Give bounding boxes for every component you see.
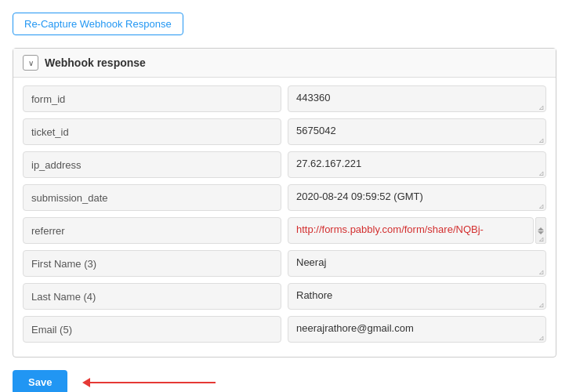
table-row: ip_address27.62.167.221⊿ bbox=[23, 151, 546, 178]
resize-handle-7[interactable]: ⊿ bbox=[538, 335, 545, 341]
field-value-1: 5675042 bbox=[288, 118, 546, 145]
bottom-bar: Save bbox=[13, 370, 556, 392]
field-value-wrapper-6: Rathore⊿ bbox=[288, 283, 546, 310]
field-value-wrapper-7: neerajrathore@gmail.com⊿ bbox=[288, 316, 546, 343]
field-value-wrapper-2: 27.62.167.221⊿ bbox=[288, 151, 546, 178]
field-key-4: referrer bbox=[23, 217, 281, 244]
scroll-up-icon[interactable] bbox=[538, 227, 544, 230]
scroll-down-icon[interactable] bbox=[538, 231, 544, 234]
fields-container: form_id443360⊿ticket_id5675042⊿ip_addres… bbox=[13, 78, 556, 357]
resize-handle-2[interactable]: ⊿ bbox=[538, 170, 545, 176]
arrow-indicator bbox=[83, 378, 216, 387]
field-value-4: http://forms.pabbly.com/form/share/NQBj- bbox=[288, 217, 534, 244]
field-value-0: 443360 bbox=[288, 85, 546, 112]
field-value-wrapper-1: 5675042⊿ bbox=[288, 118, 546, 145]
field-key-7: Email (5) bbox=[23, 316, 281, 343]
webhook-response-section: ∨ Webhook response form_id443360⊿ticket_… bbox=[13, 48, 556, 358]
table-row: form_id443360⊿ bbox=[23, 85, 546, 112]
field-value-5: Neeraj bbox=[288, 250, 546, 277]
resize-handle-3[interactable]: ⊿ bbox=[538, 203, 545, 209]
resize-handle-0[interactable]: ⊿ bbox=[538, 104, 545, 111]
field-value-7: neerajrathore@gmail.com bbox=[288, 316, 546, 343]
field-value-wrapper-3: 2020-08-24 09:59:52 (GMT)⊿ bbox=[288, 184, 546, 211]
field-value-3: 2020-08-24 09:59:52 (GMT) bbox=[288, 184, 546, 211]
field-key-6: Last Name (4) bbox=[23, 283, 281, 310]
table-row: submission_date2020-08-24 09:59:52 (GMT)… bbox=[23, 184, 546, 211]
resize-handle-5[interactable]: ⊿ bbox=[538, 269, 545, 275]
save-button[interactable]: Save bbox=[13, 370, 67, 392]
field-value-2: 27.62.167.221 bbox=[288, 151, 546, 178]
recapture-webhook-button[interactable]: Re-Capture Webhook Response bbox=[13, 13, 183, 35]
table-row: ticket_id5675042⊿ bbox=[23, 118, 546, 145]
toggle-icon[interactable]: ∨ bbox=[23, 55, 38, 71]
field-key-5: First Name (3) bbox=[23, 250, 281, 277]
field-key-1: ticket_id bbox=[23, 118, 281, 145]
field-key-0: form_id bbox=[23, 85, 281, 112]
resize-handle-1[interactable]: ⊿ bbox=[538, 137, 545, 143]
field-key-3: submission_date bbox=[23, 184, 281, 211]
field-value-6: Rathore bbox=[288, 283, 546, 310]
field-key-2: ip_address bbox=[23, 151, 281, 178]
resize-handle-6[interactable]: ⊿ bbox=[538, 302, 545, 308]
table-row: Last Name (4)Rathore⊿ bbox=[23, 283, 546, 310]
table-row: First Name (3)Neeraj⊿ bbox=[23, 250, 546, 277]
table-row: Email (5)neerajrathore@gmail.com⊿ bbox=[23, 316, 546, 343]
webhook-title: Webhook response bbox=[45, 56, 146, 69]
field-value-wrapper-0: 443360⊿ bbox=[288, 85, 546, 112]
table-row: referrerhttp://forms.pabbly.com/form/sha… bbox=[23, 217, 546, 244]
arrow-head-icon bbox=[82, 378, 90, 387]
arrow-line bbox=[90, 382, 216, 383]
field-value-wrapper-4: http://forms.pabbly.com/form/share/NQBj-… bbox=[288, 217, 546, 244]
field-value-wrapper-5: Neeraj⊿ bbox=[288, 250, 546, 277]
resize-handle-4[interactable]: ⊿ bbox=[538, 236, 545, 242]
webhook-header: ∨ Webhook response bbox=[13, 49, 556, 78]
